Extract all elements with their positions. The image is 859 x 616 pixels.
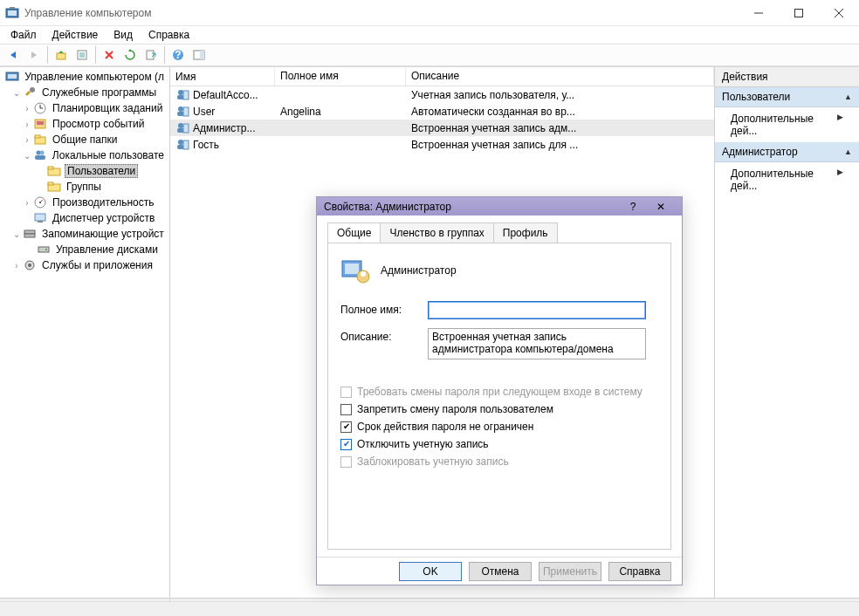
list-item[interactable]: DefaultAcco...Учетная запись пользовател… (170, 86, 714, 103)
svg-point-21 (30, 87, 35, 92)
expand-icon[interactable]: › (10, 261, 23, 270)
menu-view[interactable]: Вид (107, 27, 140, 43)
svg-point-53 (178, 123, 183, 128)
dialog-username: Администратор (381, 264, 457, 277)
clock-icon (33, 101, 47, 115)
list-item[interactable]: ГостьВстроенная учетная запись для ... (170, 136, 714, 153)
user-icon (340, 256, 370, 285)
tab-pane: Администратор Полное имя: Описание: Встр… (327, 243, 671, 550)
window-title: Управление компьютером (24, 7, 739, 19)
minimize-button[interactable] (739, 0, 779, 26)
menu-help[interactable]: Справка (141, 27, 196, 43)
svg-rect-7 (57, 53, 65, 59)
action-pane-button[interactable] (189, 45, 209, 65)
perf-icon (33, 195, 47, 209)
expand-icon[interactable]: › (21, 198, 33, 208)
svg-rect-55 (183, 124, 189, 133)
svg-point-38 (39, 202, 41, 203)
tree-pane: Управление компьютером (л ⌄ Служебные пр… (0, 67, 170, 598)
col-name[interactable]: Имя (170, 67, 275, 86)
tab-member[interactable]: Членство в группах (380, 222, 493, 243)
expand-icon[interactable]: › (21, 104, 33, 113)
svg-rect-2 (10, 7, 15, 9)
tree-services[interactable]: › Службы и приложения (0, 257, 169, 273)
users-group-icon (33, 148, 47, 162)
tools-icon (23, 86, 37, 99)
svg-rect-52 (183, 107, 189, 116)
svg-rect-18 (200, 51, 204, 59)
tab-profile[interactable]: Профиль (493, 222, 558, 243)
collapse-icon[interactable]: ⌄ (10, 88, 23, 98)
svg-rect-32 (35, 155, 45, 160)
help-button[interactable]: ? (168, 45, 188, 65)
check-no-change[interactable]: Запретить смену пароля пользователем (340, 403, 658, 415)
tree-performance[interactable]: › Производительность (0, 195, 169, 210)
tree-scheduler[interactable]: › Планировщик заданий (0, 100, 169, 116)
dialog-help-button[interactable]: ? (619, 201, 647, 213)
apply-button[interactable]: Применить (539, 562, 601, 581)
input-description[interactable]: Встроенная учетная запись администратора… (428, 328, 646, 359)
tree-groups[interactable]: Группы (0, 179, 169, 195)
list-item[interactable]: UserAngelinaАвтоматически созданная во в… (170, 103, 714, 120)
export-button[interactable] (141, 45, 161, 65)
shared-icon (33, 133, 47, 147)
device-icon (33, 211, 47, 225)
delete-button[interactable] (100, 45, 119, 65)
tree-diskmgr[interactable]: Управление дисками (0, 242, 169, 257)
actions-header: Действия (715, 67, 859, 87)
expand-icon[interactable]: › (21, 120, 33, 129)
properties-button[interactable] (72, 45, 92, 65)
svg-point-46 (28, 264, 31, 267)
dialog-buttons: OK Отмена Применить Справка (317, 557, 682, 585)
tree-root[interactable]: Управление компьютером (л (0, 69, 169, 85)
tree-shared[interactable]: › Общие папки (0, 132, 169, 147)
back-button[interactable] (3, 45, 23, 65)
tree-storage[interactable]: ⌄ Запоминающие устройст (0, 226, 169, 242)
input-fullname[interactable] (428, 301, 646, 319)
expand-icon[interactable]: › (21, 135, 33, 145)
collapse-icon[interactable]: ⌄ (21, 151, 33, 161)
ok-button[interactable]: OK (399, 562, 462, 581)
svg-rect-1 (8, 10, 17, 16)
list-item[interactable]: Администр...Встроенная учетная запись ад… (170, 120, 714, 136)
refresh-button[interactable] (120, 45, 140, 65)
svg-point-47 (178, 90, 183, 95)
dialog-titlebar[interactable]: Свойства: Администратор ? ✕ (317, 197, 682, 216)
actions-more-1[interactable]: Дополнительные дей...▶ (715, 107, 859, 142)
check-never-expire[interactable]: ✔ Срок действия пароля не ограничен (340, 421, 658, 433)
help-button[interactable]: Справка (608, 562, 671, 581)
tree-local-users[interactable]: ⌄ Локальные пользовате (0, 147, 169, 163)
actions-more-2[interactable]: Дополнительные дей...▶ (715, 162, 859, 197)
cancel-button[interactable]: Отмена (469, 562, 532, 581)
menu-action[interactable]: Действие (45, 27, 106, 43)
properties-dialog: Свойства: Администратор ? ✕ Общие Членст… (316, 196, 683, 585)
toolbar: ? (0, 44, 859, 66)
user-icon (175, 122, 189, 134)
svg-rect-34 (48, 167, 53, 169)
forward-button[interactable] (24, 45, 44, 65)
user-icon (175, 106, 189, 118)
maximize-button[interactable] (779, 0, 819, 26)
folder-icon (47, 164, 61, 178)
dialog-close-button[interactable]: ✕ (647, 201, 675, 213)
tree-system-tools[interactable]: ⌄ Служебные программы (0, 85, 169, 100)
tree-users[interactable]: Пользователи (0, 163, 169, 179)
actions-group-users[interactable]: Пользователи▲ (715, 87, 859, 107)
tree-devmgr[interactable]: Диспетчер устройств (0, 210, 169, 226)
tree-events[interactable]: › Просмотр событий (0, 116, 169, 132)
menu-file[interactable]: Файл (3, 27, 44, 43)
check-disable[interactable]: ✔ Отключить учетную запись (340, 438, 658, 450)
col-fullname[interactable]: Полное имя (275, 67, 406, 86)
check-locked: Заблокировать учетную запись (340, 455, 658, 468)
close-button[interactable] (819, 0, 859, 26)
actions-group-admin[interactable]: Администратор▲ (715, 142, 859, 162)
titlebar: Управление компьютером (0, 0, 859, 26)
svg-rect-60 (345, 264, 359, 274)
svg-point-56 (178, 140, 183, 145)
col-desc[interactable]: Описание (406, 67, 714, 86)
chevron-right-icon: ▶ (837, 168, 843, 192)
tab-general[interactable]: Общие (327, 222, 381, 243)
svg-rect-41 (24, 230, 35, 234)
up-button[interactable] (52, 45, 71, 65)
collapse-icon[interactable]: ⌄ (10, 229, 23, 239)
